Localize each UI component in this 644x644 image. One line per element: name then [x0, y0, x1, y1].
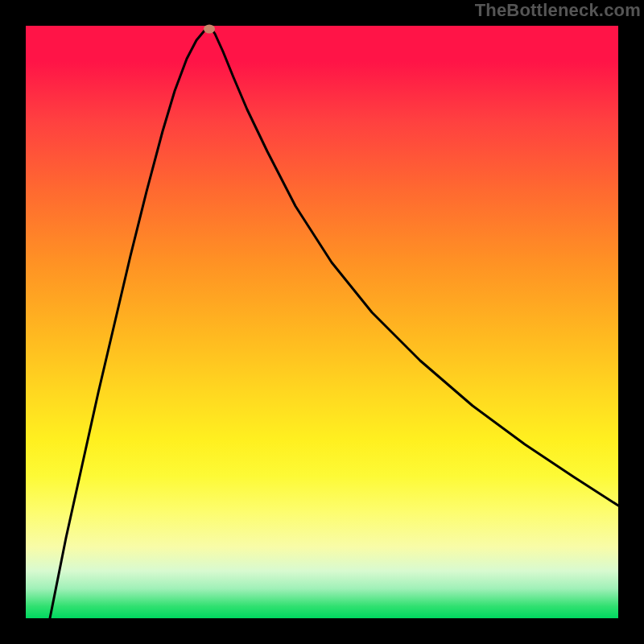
- watermark-text: TheBottleneck.com: [475, 0, 641, 21]
- chart-frame: TheBottleneck.com: [0, 0, 644, 644]
- optimum-marker: [204, 25, 215, 34]
- plot-area: [26, 26, 618, 618]
